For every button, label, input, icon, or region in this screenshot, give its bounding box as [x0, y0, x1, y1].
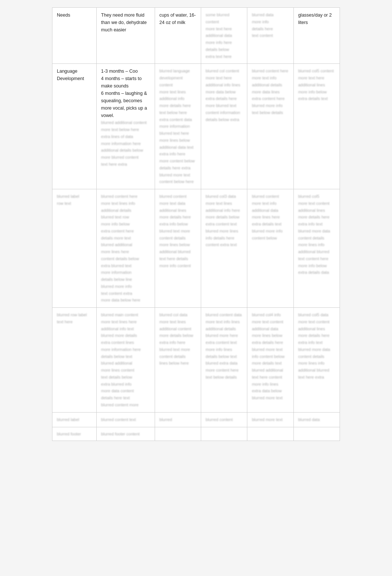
row-label-3: blurred labelrow text [52, 189, 97, 308]
footer-col2 [155, 427, 201, 441]
bottom-col5: blurred data [293, 412, 340, 427]
table-row: blurred footer blurred footer content [52, 427, 340, 441]
row-language-col4: blurred content here more text info addi… [247, 64, 293, 189]
row3-col1: blurred content here more text lines inf… [96, 189, 155, 308]
bottom-col4: blurred more text [247, 412, 293, 427]
row4-col4: blurred col4 info more text content addi… [247, 308, 293, 413]
row-language-col5: blurred col5 content more text here addi… [293, 64, 340, 189]
row4-col2: blurred col data more text lines additio… [155, 308, 201, 413]
row-label-4: blurred row labeltext here [52, 308, 97, 413]
table-row: blurred labelrow text blurred content he… [52, 189, 340, 308]
bottom-col2: blurred [155, 412, 201, 427]
footer-col1: blurred footer content [96, 427, 155, 441]
row3-col3: blurred col3 data more text lines additi… [201, 189, 247, 308]
row4-col5: blurred col5 data more text content addi… [293, 308, 340, 413]
row3-col5: blurred col5 more text content additiona… [293, 189, 340, 308]
row-needs-col5: glasses/day or 2 liters [293, 8, 340, 64]
row3-col2: blurred content more text data additiona… [155, 189, 201, 308]
row-language-col3: blurred col content more text here addit… [201, 64, 247, 189]
row-needs-col1: They need more fluid than we do, dehydra… [96, 8, 155, 64]
table-row: Needs They need more fluid than we do, d… [52, 8, 340, 64]
table-row: blurred row labeltext here blurred main … [52, 308, 340, 413]
row4-col1: blurred main content more text lines her… [96, 308, 155, 413]
footer-col4 [247, 427, 293, 441]
row-needs-col3: some blurred contentmore text hereadditi… [201, 8, 247, 64]
main-table: Needs They need more fluid than we do, d… [52, 7, 340, 441]
row-language-col2: blurred language development content mor… [155, 64, 201, 189]
page: Needs They need more fluid than we do, d… [0, 0, 392, 576]
bottom-col1: blurred content text [96, 412, 155, 427]
table-row: Language Development 1-3 months – Coo 4 … [52, 64, 340, 189]
row-language-col1: 1-3 months – Coo 4 months – starts to ma… [96, 64, 155, 189]
row-needs-col2: cups of water, 16-24 oz of milk [155, 8, 201, 64]
row3-col4: blurred content more text info additiona… [247, 189, 293, 308]
row4-col3: blurred content data more text info line… [201, 308, 247, 413]
row-label-language: Language Development [52, 64, 97, 189]
footer-col3 [201, 427, 247, 441]
footer-label: blurred footer [52, 427, 97, 441]
bottom-col3: blurred content [201, 412, 247, 427]
row-label-needs: Needs [52, 8, 97, 64]
bottom-label: blurred label [52, 412, 97, 427]
row-needs-col4: blurred datamore infodetails heretext co… [247, 8, 293, 64]
footer-col5 [293, 427, 340, 441]
table-row: blurred label blurred content text blurr… [52, 412, 340, 427]
